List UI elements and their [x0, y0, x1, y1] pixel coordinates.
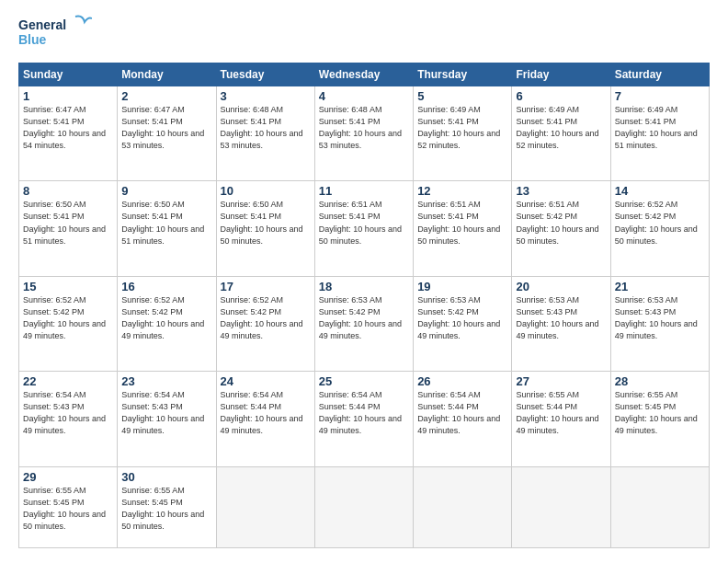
day-info: Sunrise: 6:55 AMSunset: 5:44 PMDaylight:…	[516, 389, 606, 437]
calendar-cell: 12Sunrise: 6:51 AMSunset: 5:41 PMDayligh…	[414, 181, 512, 276]
logo: General Blue	[18, 15, 92, 53]
calendar-cell: 14Sunrise: 6:52 AMSunset: 5:42 PMDayligh…	[610, 181, 709, 276]
calendar-cell: 26Sunrise: 6:54 AMSunset: 5:44 PMDayligh…	[414, 372, 512, 466]
calendar-cell: 6Sunrise: 6:49 AMSunset: 5:41 PMDaylight…	[512, 86, 610, 181]
calendar-cell: 11Sunrise: 6:51 AMSunset: 5:41 PMDayligh…	[314, 181, 413, 276]
day-number: 29	[23, 470, 113, 484]
calendar-cell: 8Sunrise: 6:50 AMSunset: 5:41 PMDaylight…	[19, 181, 118, 276]
calendar-cell	[610, 466, 709, 547]
day-info: Sunrise: 6:55 AMSunset: 5:45 PMDaylight:…	[23, 485, 113, 533]
calendar-cell: 13Sunrise: 6:51 AMSunset: 5:42 PMDayligh…	[512, 181, 610, 276]
header: General Blue	[18, 15, 710, 53]
calendar-cell: 7Sunrise: 6:49 AMSunset: 5:41 PMDaylight…	[610, 86, 709, 181]
logo-svg: General Blue	[18, 15, 92, 53]
day-number: 8	[23, 184, 113, 198]
day-number: 4	[319, 89, 409, 103]
calendar-header-row: SundayMondayTuesdayWednesdayThursdayFrid…	[19, 63, 710, 86]
col-header-friday: Friday	[512, 63, 610, 86]
calendar-cell: 22Sunrise: 6:54 AMSunset: 5:43 PMDayligh…	[19, 372, 118, 466]
calendar-cell: 9Sunrise: 6:50 AMSunset: 5:41 PMDaylight…	[118, 181, 216, 276]
calendar-cell	[414, 466, 512, 547]
day-info: Sunrise: 6:51 AMSunset: 5:41 PMDaylight:…	[417, 199, 507, 247]
calendar-cell: 16Sunrise: 6:52 AMSunset: 5:42 PMDayligh…	[118, 276, 216, 371]
day-number: 5	[417, 89, 507, 103]
col-header-sunday: Sunday	[19, 63, 118, 86]
calendar-week-4: 22Sunrise: 6:54 AMSunset: 5:43 PMDayligh…	[19, 372, 710, 466]
day-number: 13	[516, 184, 606, 198]
calendar-cell: 1Sunrise: 6:47 AMSunset: 5:41 PMDaylight…	[19, 86, 118, 181]
day-number: 18	[319, 280, 409, 293]
day-number: 26	[417, 374, 507, 388]
day-info: Sunrise: 6:49 AMSunset: 5:41 PMDaylight:…	[417, 104, 507, 152]
calendar-cell: 5Sunrise: 6:49 AMSunset: 5:41 PMDaylight…	[414, 86, 512, 181]
day-number: 16	[121, 280, 211, 293]
day-info: Sunrise: 6:48 AMSunset: 5:41 PMDaylight:…	[319, 104, 409, 152]
calendar-cell	[314, 466, 413, 547]
day-number: 17	[221, 280, 311, 293]
day-number: 27	[516, 374, 606, 388]
calendar-cell: 21Sunrise: 6:53 AMSunset: 5:43 PMDayligh…	[610, 276, 709, 371]
day-info: Sunrise: 6:55 AMSunset: 5:45 PMDaylight:…	[121, 485, 211, 533]
day-info: Sunrise: 6:50 AMSunset: 5:41 PMDaylight:…	[121, 199, 211, 247]
day-info: Sunrise: 6:47 AMSunset: 5:41 PMDaylight:…	[121, 104, 211, 152]
calendar-table: SundayMondayTuesdayWednesdayThursdayFrid…	[18, 63, 710, 548]
day-info: Sunrise: 6:47 AMSunset: 5:41 PMDaylight:…	[23, 104, 113, 152]
calendar-cell: 29Sunrise: 6:55 AMSunset: 5:45 PMDayligh…	[19, 466, 118, 547]
day-info: Sunrise: 6:53 AMSunset: 5:42 PMDaylight:…	[319, 294, 409, 342]
day-info: Sunrise: 6:52 AMSunset: 5:42 PMDaylight:…	[23, 294, 113, 342]
day-number: 14	[615, 184, 705, 198]
calendar-cell: 23Sunrise: 6:54 AMSunset: 5:43 PMDayligh…	[118, 372, 216, 466]
page: General Blue SundayMondayTuesdayWednesda…	[0, 0, 728, 563]
day-number: 11	[319, 184, 409, 198]
calendar-cell: 20Sunrise: 6:53 AMSunset: 5:43 PMDayligh…	[512, 276, 610, 371]
day-info: Sunrise: 6:49 AMSunset: 5:41 PMDaylight:…	[516, 104, 606, 152]
calendar-cell	[216, 466, 314, 547]
day-info: Sunrise: 6:53 AMSunset: 5:43 PMDaylight:…	[615, 294, 705, 342]
day-info: Sunrise: 6:52 AMSunset: 5:42 PMDaylight:…	[121, 294, 211, 342]
day-info: Sunrise: 6:53 AMSunset: 5:43 PMDaylight:…	[516, 294, 606, 342]
col-header-wednesday: Wednesday	[314, 63, 413, 86]
calendar-cell: 18Sunrise: 6:53 AMSunset: 5:42 PMDayligh…	[314, 276, 413, 371]
calendar-week-5: 29Sunrise: 6:55 AMSunset: 5:45 PMDayligh…	[19, 466, 710, 547]
calendar-cell: 17Sunrise: 6:52 AMSunset: 5:42 PMDayligh…	[216, 276, 314, 371]
calendar-cell	[512, 466, 610, 547]
day-number: 7	[615, 89, 705, 103]
day-info: Sunrise: 6:54 AMSunset: 5:44 PMDaylight:…	[319, 389, 409, 437]
calendar-cell: 30Sunrise: 6:55 AMSunset: 5:45 PMDayligh…	[118, 466, 216, 547]
day-info: Sunrise: 6:50 AMSunset: 5:41 PMDaylight:…	[23, 199, 113, 247]
day-number: 22	[23, 374, 113, 388]
calendar-week-1: 1Sunrise: 6:47 AMSunset: 5:41 PMDaylight…	[19, 86, 710, 181]
calendar-cell: 4Sunrise: 6:48 AMSunset: 5:41 PMDaylight…	[314, 86, 413, 181]
day-number: 15	[23, 280, 113, 293]
day-info: Sunrise: 6:54 AMSunset: 5:43 PMDaylight:…	[23, 389, 113, 437]
day-number: 9	[121, 184, 211, 198]
col-header-monday: Monday	[118, 63, 216, 86]
day-number: 25	[319, 374, 409, 388]
calendar-week-2: 8Sunrise: 6:50 AMSunset: 5:41 PMDaylight…	[19, 181, 710, 276]
day-number: 21	[615, 280, 705, 293]
day-number: 2	[121, 89, 211, 103]
calendar-cell: 24Sunrise: 6:54 AMSunset: 5:44 PMDayligh…	[216, 372, 314, 466]
day-number: 23	[121, 374, 211, 388]
day-info: Sunrise: 6:50 AMSunset: 5:41 PMDaylight:…	[221, 199, 311, 247]
day-number: 20	[516, 280, 606, 293]
svg-text:Blue: Blue	[18, 32, 47, 47]
svg-text:General: General	[18, 17, 66, 32]
day-info: Sunrise: 6:54 AMSunset: 5:44 PMDaylight:…	[221, 389, 311, 437]
calendar-cell: 25Sunrise: 6:54 AMSunset: 5:44 PMDayligh…	[314, 372, 413, 466]
calendar-cell: 27Sunrise: 6:55 AMSunset: 5:44 PMDayligh…	[512, 372, 610, 466]
day-info: Sunrise: 6:53 AMSunset: 5:42 PMDaylight:…	[417, 294, 507, 342]
calendar-cell: 28Sunrise: 6:55 AMSunset: 5:45 PMDayligh…	[610, 372, 709, 466]
col-header-tuesday: Tuesday	[216, 63, 314, 86]
col-header-saturday: Saturday	[610, 63, 709, 86]
day-info: Sunrise: 6:48 AMSunset: 5:41 PMDaylight:…	[221, 104, 311, 152]
day-number: 28	[615, 374, 705, 388]
calendar-cell: 3Sunrise: 6:48 AMSunset: 5:41 PMDaylight…	[216, 86, 314, 181]
col-header-thursday: Thursday	[414, 63, 512, 86]
calendar-cell: 10Sunrise: 6:50 AMSunset: 5:41 PMDayligh…	[216, 181, 314, 276]
day-number: 24	[221, 374, 311, 388]
day-number: 3	[221, 89, 311, 103]
day-info: Sunrise: 6:51 AMSunset: 5:41 PMDaylight:…	[319, 199, 409, 247]
calendar-cell: 2Sunrise: 6:47 AMSunset: 5:41 PMDaylight…	[118, 86, 216, 181]
day-info: Sunrise: 6:52 AMSunset: 5:42 PMDaylight:…	[221, 294, 311, 342]
